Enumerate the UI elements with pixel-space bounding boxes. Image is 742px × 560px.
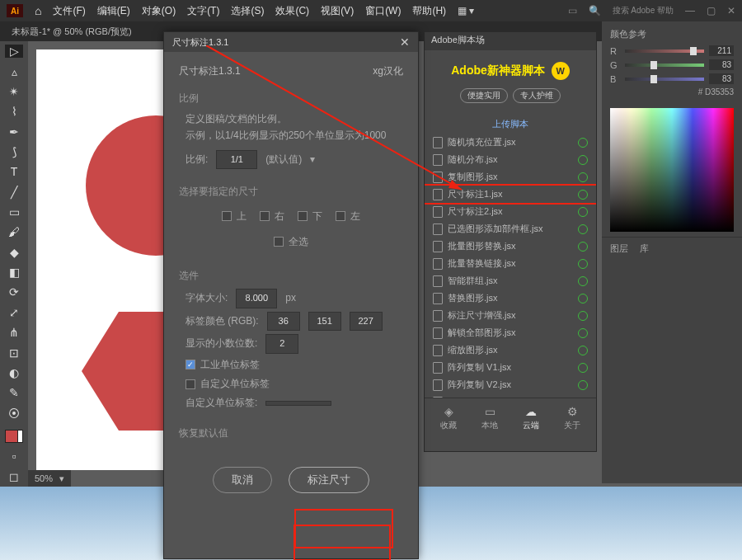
download-icon[interactable]: [578, 259, 588, 269]
script-item[interactable]: 解锁全部图形.jsx: [425, 324, 596, 341]
download-icon[interactable]: [578, 311, 588, 321]
chk-top[interactable]: 上: [222, 209, 247, 224]
selection-tool[interactable]: ▷: [5, 45, 23, 58]
color-swatch[interactable]: [5, 430, 23, 443]
script-item[interactable]: 智能群组.jsx: [425, 272, 596, 289]
menu-select[interactable]: 选择(S): [231, 4, 264, 18]
line-tool[interactable]: ╱: [5, 186, 23, 199]
screen-mode-tool[interactable]: ▫: [5, 449, 23, 463]
chk-industrial[interactable]: ✓工业单位标签: [179, 357, 403, 373]
menu-help[interactable]: 帮助(H): [412, 4, 446, 18]
gradient-tool[interactable]: ◐: [5, 366, 23, 379]
window-close-icon[interactable]: ✕: [727, 5, 735, 16]
download-icon[interactable]: [578, 328, 588, 338]
hex-value[interactable]: # D35353: [610, 87, 734, 96]
dropdown-icon[interactable]: ▾: [310, 152, 315, 167]
chk-left[interactable]: 左: [336, 209, 360, 224]
color-b-input[interactable]: 227: [350, 312, 383, 332]
script-item[interactable]: 随机填充位置.jsx: [425, 134, 596, 151]
r-value[interactable]: 211: [709, 45, 734, 56]
foot-cloud[interactable]: ☁云端: [523, 405, 539, 431]
upload-link[interactable]: 上传脚本: [425, 118, 596, 130]
script-item[interactable]: 替换图形.jsx: [425, 289, 596, 307]
free-transform-tool[interactable]: ⊡: [5, 346, 23, 359]
color-r-input[interactable]: 36: [267, 312, 300, 332]
script-item[interactable]: 缩放图形.jsx: [425, 341, 596, 359]
download-icon[interactable]: [578, 172, 588, 182]
rect-tool[interactable]: ▭: [5, 205, 23, 219]
b-value[interactable]: 83: [709, 73, 734, 84]
eraser-tool[interactable]: ◧: [5, 266, 23, 279]
scale-tool[interactable]: ⤢: [5, 306, 23, 319]
drawing-mode-tool[interactable]: ◻: [5, 470, 23, 483]
eyedropper-tool[interactable]: ✎: [5, 386, 23, 399]
download-icon[interactable]: [578, 398, 588, 398]
download-icon[interactable]: [578, 138, 588, 148]
window-min-icon[interactable]: —: [685, 5, 695, 16]
download-icon[interactable]: [578, 224, 588, 234]
script-item[interactable]: 随机排件.jsx: [425, 393, 596, 398]
lasso-tool[interactable]: ⌇: [5, 105, 23, 118]
tab-layers[interactable]: 图层: [610, 242, 628, 255]
color-g-input[interactable]: 151: [308, 312, 341, 332]
download-icon[interactable]: [578, 294, 588, 304]
script-item[interactable]: 批量图形替换.jsx: [425, 238, 596, 255]
close-icon[interactable]: ✕: [400, 35, 410, 49]
foot-about[interactable]: ⚙关于: [564, 405, 580, 431]
b-slider[interactable]: [625, 78, 704, 81]
script-item[interactable]: 批量替换链接.jsx: [425, 255, 596, 272]
ratio-input[interactable]: 1/1: [216, 150, 257, 170]
menu-object[interactable]: 对象(O): [142, 4, 176, 18]
foot-local[interactable]: ▭本地: [481, 405, 498, 431]
chk-right[interactable]: 右: [260, 209, 284, 224]
download-icon[interactable]: [578, 242, 588, 252]
zoom-dropdown-icon[interactable]: ▾: [59, 473, 64, 484]
script-item[interactable]: 尺寸标注2.jsx: [425, 203, 596, 220]
menu-window[interactable]: 窗口(W): [365, 4, 401, 18]
layout-icon[interactable]: ▦ ▾: [458, 5, 474, 16]
chk-all[interactable]: 全选: [274, 234, 308, 250]
script-panel-tab[interactable]: Adobe脚本场: [425, 32, 596, 50]
zoom-level[interactable]: 50%: [35, 473, 53, 483]
menu-edit[interactable]: 编辑(E): [97, 4, 130, 18]
menu-view[interactable]: 视图(V): [321, 4, 354, 18]
color-picker[interactable]: [610, 108, 734, 232]
g-slider[interactable]: [625, 64, 704, 67]
download-icon[interactable]: [578, 276, 588, 286]
script-item[interactable]: 阵列复制 V1.jsx: [425, 359, 596, 376]
direct-select-tool[interactable]: ▵: [5, 64, 23, 78]
download-icon[interactable]: [578, 190, 588, 200]
cancel-button[interactable]: 取消: [213, 467, 272, 493]
ok-button[interactable]: 标注尺寸: [289, 467, 369, 493]
menu-file[interactable]: 文件(F): [53, 4, 85, 18]
chk-custom[interactable]: 自定义单位标签: [179, 376, 403, 392]
font-size-input[interactable]: 8.000: [236, 289, 277, 308]
script-item[interactable]: 复制图形.jsx: [425, 168, 596, 186]
shaper-tool[interactable]: ◆: [5, 246, 23, 259]
width-tool[interactable]: ⋔: [5, 326, 23, 339]
script-item[interactable]: 标注尺寸增强.jsx: [425, 307, 596, 324]
script-item[interactable]: 已选图形添加部件框.jsx: [425, 220, 596, 238]
home-icon[interactable]: ⌂: [35, 4, 41, 17]
tag-1[interactable]: 便捷实用: [460, 88, 508, 103]
type-tool[interactable]: T: [5, 165, 23, 178]
menu-type[interactable]: 文字(T): [187, 4, 219, 18]
r-slider[interactable]: [625, 49, 704, 53]
brush-tool[interactable]: 🖌: [5, 225, 23, 238]
custom-unit-input[interactable]: [265, 401, 331, 406]
script-item[interactable]: 尺寸标注1.jsx: [425, 186, 596, 203]
download-icon[interactable]: [578, 155, 588, 165]
download-icon[interactable]: [578, 346, 588, 355]
decimals-input[interactable]: 2: [265, 334, 298, 354]
panel-icon[interactable]: ▭: [568, 5, 577, 16]
tag-2[interactable]: 专人护维: [513, 88, 561, 103]
search-placeholder[interactable]: 搜索 Adobe 帮助: [613, 5, 674, 16]
wand-tool[interactable]: ✴: [5, 85, 23, 98]
script-item[interactable]: 随机分布.jsx: [425, 151, 596, 168]
download-icon[interactable]: [578, 380, 588, 390]
g-value[interactable]: 83: [709, 59, 734, 70]
download-icon[interactable]: [578, 207, 588, 217]
script-item[interactable]: 阵列复制 V2.jsx: [425, 376, 596, 393]
blend-tool[interactable]: ⦿: [5, 406, 23, 419]
chk-bottom[interactable]: 下: [298, 209, 322, 224]
